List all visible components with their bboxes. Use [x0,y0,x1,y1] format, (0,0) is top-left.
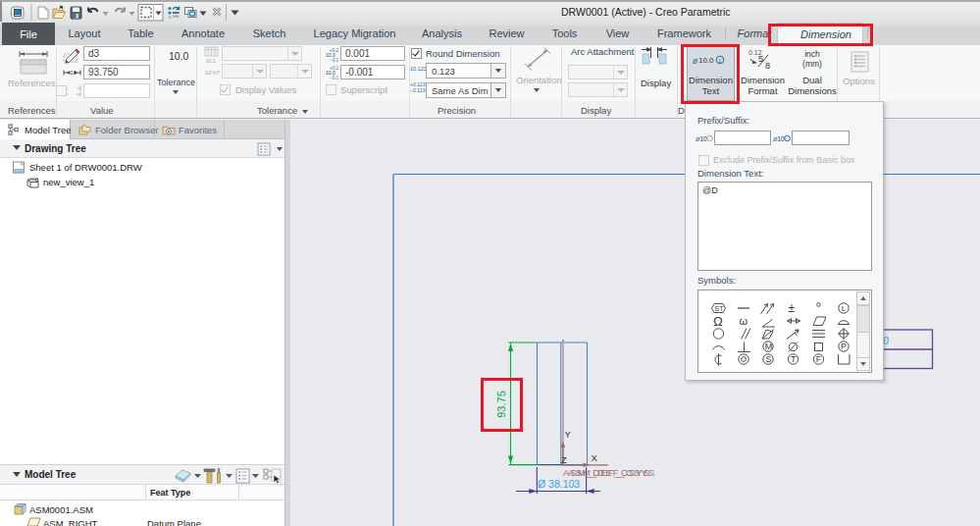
svg-text:P: P [841,342,847,351]
svg-text:−0.1: −0.1 [330,58,338,63]
svg-text:−0.123: −0.123 [410,87,426,93]
svg-text:−0.1: −0.1 [330,76,338,80]
svg-text:Z: Z [561,454,567,465]
svg-text:±: ± [789,301,796,315]
svg-text:10: 10 [71,70,77,76]
svg-text:S: S [766,354,772,364]
svg-text:L: L [842,304,847,313]
svg-text:Ω: Ω [713,314,723,329]
svg-text:10: 10 [700,135,708,142]
svg-text:ω: ω [740,315,748,327]
svg-text:ASM_DEF_CSYS: ASM_DEF_CSYS [568,467,655,478]
svg-text:10 h7: 10 h7 [205,70,220,76]
svg-text:Y: Y [565,429,572,440]
svg-text:T: T [791,354,797,364]
svg-text:X: X [592,452,598,463]
svg-text:Ø 38.103: Ø 38.103 [538,478,580,490]
svg-text:F: F [816,354,822,364]
svg-text:10.123: 10.123 [410,66,427,72]
svg-text:M: M [765,342,773,351]
svg-text:±0.1: ±0.1 [206,58,216,64]
svg-text:10: 10 [778,135,786,142]
svg-text:ST: ST [715,305,725,312]
svg-text:8: 8 [765,61,770,70]
